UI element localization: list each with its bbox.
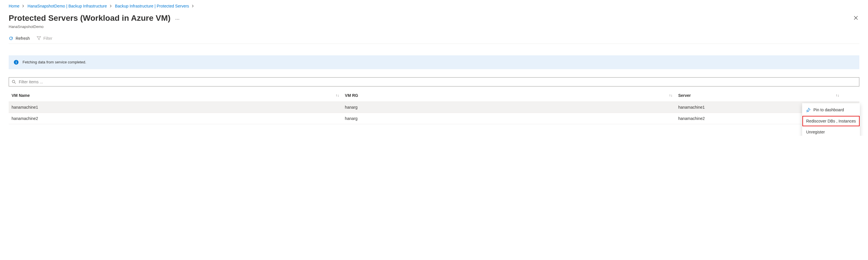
menu-rediscover-label: Rediscover DBs , Instances — [806, 119, 856, 123]
breadcrumb-item-home[interactable]: Home — [9, 4, 19, 8]
sort-icon: ↑↓ — [836, 94, 839, 97]
sort-icon: ↑↓ — [669, 94, 672, 97]
col-server[interactable]: Server ↑↓ — [678, 94, 845, 98]
breadcrumb-item-infra[interactable]: HanaSnapshotDemo | Backup Infrastructure — [27, 4, 106, 8]
servers-table: VM Name ↑↓ VM RG ↑↓ Server ↑↓ hanamachin… — [9, 89, 859, 124]
close-button[interactable] — [852, 14, 859, 21]
cell-vm-name: hanamachine1 — [11, 105, 345, 109]
col-server-label: Server — [678, 94, 691, 98]
breadcrumb-item-protected[interactable]: Backup Infrastructure | Protected Server… — [115, 4, 189, 8]
filter-icon — [37, 36, 41, 40]
filter-items-input[interactable] — [18, 79, 856, 84]
col-vm-name[interactable]: VM Name ↑↓ — [11, 94, 345, 98]
svg-point-2 — [16, 61, 17, 62]
sort-icon: ↑↓ — [336, 94, 339, 97]
more-icon[interactable]: ··· — [175, 15, 180, 22]
cell-vm-rg: hanarg — [345, 116, 678, 120]
filter-items-wrap[interactable] — [9, 77, 859, 86]
col-vm-name-label: VM Name — [11, 94, 30, 98]
menu-rediscover[interactable]: Rediscover DBs , Instances — [802, 116, 860, 126]
col-vm-rg-label: VM RG — [345, 94, 358, 98]
row-context-menu: Pin to dashboard Rediscover DBs , Instan… — [802, 103, 860, 136]
refresh-icon — [9, 36, 13, 41]
menu-unregister[interactable]: Unregister — [802, 126, 860, 136]
svg-rect-1 — [16, 62, 17, 64]
cell-vm-rg: hanarg — [345, 105, 678, 109]
menu-pin[interactable]: Pin to dashboard — [802, 104, 860, 116]
chevron-right-icon — [22, 5, 25, 7]
menu-pin-label: Pin to dashboard — [813, 108, 844, 112]
chevron-right-icon — [192, 5, 194, 7]
table-header: VM Name ↑↓ VM RG ↑↓ Server ↑↓ — [9, 89, 859, 102]
filter-button[interactable]: Filter — [37, 36, 52, 40]
refresh-label: Refresh — [16, 36, 30, 40]
refresh-button[interactable]: Refresh — [9, 36, 30, 41]
svg-line-4 — [14, 82, 16, 84]
table-row[interactable]: hanamachine2 hanarg hanamachine2 ··· — [9, 113, 859, 124]
search-icon — [12, 80, 16, 84]
page-subtitle: HanaSnapshotDemo — [9, 25, 859, 29]
filter-label: Filter — [43, 36, 52, 40]
chevron-right-icon — [110, 5, 112, 7]
col-vm-rg[interactable]: VM RG ↑↓ — [345, 94, 678, 98]
info-icon — [14, 60, 19, 65]
breadcrumb: Home HanaSnapshotDemo | Backup Infrastru… — [9, 4, 859, 8]
page-title: Protected Servers (Workload in Azure VM) — [9, 13, 170, 23]
cell-vm-name: hanamachine2 — [11, 116, 345, 120]
banner-message: Fetching data from service completed. — [23, 60, 86, 64]
toolbar: Refresh Filter — [9, 36, 859, 44]
table-row[interactable]: hanamachine1 hanarg hanamachine1 ··· — [9, 102, 859, 113]
pin-icon — [806, 108, 810, 112]
info-banner: Fetching data from service completed. — [9, 55, 859, 69]
menu-unregister-label: Unregister — [806, 130, 825, 134]
svg-point-3 — [12, 80, 15, 83]
